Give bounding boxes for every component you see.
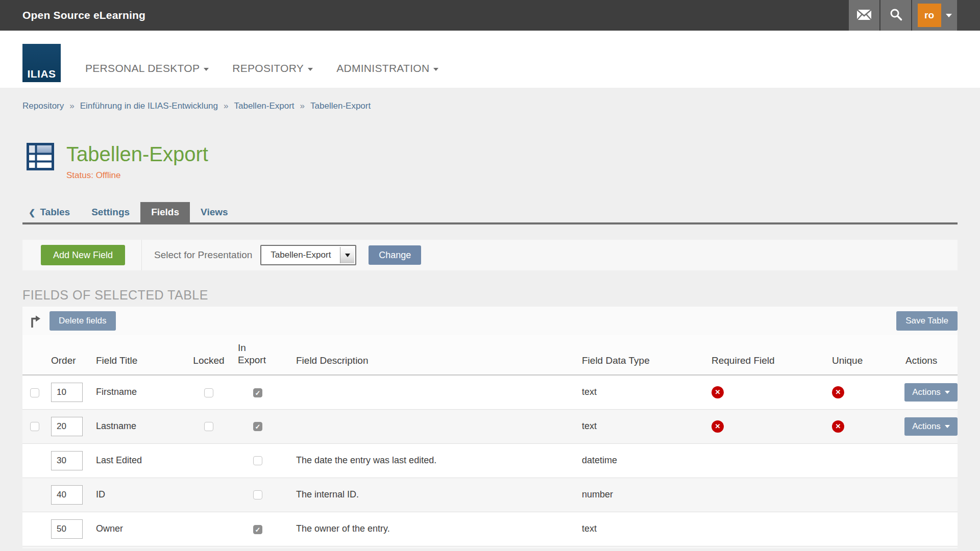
breadcrumb-separator: » (300, 101, 305, 111)
order-input[interactable] (51, 519, 83, 539)
in-export-checkbox[interactable]: ✓ (253, 525, 262, 534)
mail-button[interactable] (849, 0, 879, 31)
row-actions-button[interactable]: Actions (904, 417, 958, 436)
locked-checkbox[interactable] (204, 388, 213, 397)
field-title-cell: Owner (90, 512, 187, 546)
ilias-logo[interactable]: ILIAS (22, 44, 61, 82)
field-title-cell: Lastname (90, 409, 187, 443)
table-command-row: Delete fields Save Table (22, 307, 958, 335)
table-row: Last Edited The date the entry was last … (22, 443, 958, 478)
field-title-cell: Firstname (90, 375, 187, 409)
table-row: Lastname ✓ text ✕ ✕ Actions (22, 409, 958, 443)
toolbar-divider (141, 240, 142, 270)
search-button[interactable] (880, 0, 911, 31)
chevron-down-icon (204, 68, 209, 71)
change-button[interactable]: Change (369, 245, 421, 265)
user-menu-button[interactable]: ro (912, 0, 957, 31)
chevron-down-icon (945, 425, 950, 428)
table-row: Firstname ✓ text ✕ ✕ Actions (22, 375, 958, 409)
column-header-field-description: Field Description (285, 335, 576, 375)
column-header-unique: Unique (824, 335, 895, 375)
topbar-actions: ro (848, 0, 980, 31)
order-input[interactable] (51, 451, 83, 470)
presentation-select[interactable]: Tabellen-Export (260, 245, 356, 265)
toolbar: Add New Field Select for Presentation Ta… (22, 240, 958, 270)
breadcrumb-link[interactable]: Einführung in die ILIAS-Entwicklung (80, 101, 218, 111)
nav-administration[interactable]: ADMINISTRATION (336, 62, 438, 74)
topbar-filler (957, 0, 980, 31)
row-select-checkbox[interactable] (30, 422, 39, 431)
locked-checkbox[interactable] (204, 422, 213, 431)
chevron-down-icon (433, 68, 438, 71)
row-actions-button[interactable]: Actions (904, 383, 958, 402)
in-export-checkbox[interactable]: ✓ (253, 422, 262, 431)
back-chevron-icon: ❮ (29, 208, 35, 217)
required-icon: ✕ (712, 420, 724, 433)
field-data-type-cell: text (576, 512, 703, 546)
column-header-locked: Locked (187, 335, 231, 375)
column-header-required-field: Required Field (703, 335, 824, 375)
chevron-down-icon (946, 14, 952, 17)
field-data-type-cell: number (576, 478, 703, 512)
field-data-type-cell: text (576, 409, 703, 443)
row-select-checkbox[interactable] (30, 388, 39, 397)
tab-fields[interactable]: Fields (140, 202, 190, 222)
fields-table-card: Delete fields Save Table Order Field Tit… (22, 307, 958, 548)
nav-repository[interactable]: REPOSITORY (232, 62, 313, 74)
unique-icon: ✕ (832, 420, 844, 433)
breadcrumb-link[interactable]: Repository (22, 101, 64, 111)
table-object-icon (27, 143, 54, 181)
breadcrumb-separator: » (69, 101, 74, 111)
in-export-checkbox[interactable] (253, 456, 262, 465)
table-row: Owner ✓ The owner of the entry. text (22, 512, 958, 546)
status-text: Status: Offline (66, 170, 208, 181)
breadcrumb-link[interactable]: Tabellen-Export (234, 101, 294, 111)
search-icon (889, 8, 903, 23)
column-header-in-export: In Export (231, 335, 285, 375)
order-input[interactable] (51, 485, 83, 505)
column-header-actions: Actions (895, 335, 958, 375)
tab-bar: ❮ Tables Settings Fields Views (22, 202, 958, 224)
page-title-block: Tabellen-Export Status: Offline (27, 143, 980, 181)
field-title-cell: ID (90, 478, 187, 512)
table-row: ID The internal ID. number (22, 478, 958, 512)
nav-personal-desktop[interactable]: PERSONAL DESKTOP (85, 62, 209, 74)
site-title: Open Source eLearning (22, 9, 145, 21)
in-export-checkbox[interactable]: ✓ (253, 388, 262, 397)
fields-table-body: Firstname ✓ text ✕ ✕ Actions Lastname ✓ … (22, 375, 958, 546)
tab-tables[interactable]: ❮ Tables (22, 202, 81, 222)
order-input[interactable] (51, 417, 83, 436)
in-export-checkbox[interactable] (253, 490, 262, 499)
chevron-down-icon (308, 68, 313, 71)
breadcrumb-separator: » (224, 101, 228, 111)
partial-next-row (22, 546, 958, 548)
save-table-button[interactable]: Save Table (896, 311, 958, 331)
table-header-row: Order Field Title Locked In Export Field… (22, 335, 958, 375)
mail-icon (856, 9, 872, 22)
chevron-down-icon (945, 391, 950, 394)
select-all-arrow-icon[interactable] (30, 314, 41, 328)
header-band: ILIAS PERSONAL DESKTOP REPOSITORY ADMINI… (0, 31, 980, 88)
tab-settings[interactable]: Settings (81, 202, 140, 222)
avatar: ro (918, 4, 941, 27)
tab-views[interactable]: Views (190, 202, 239, 222)
presentation-label: Select for Presentation (154, 249, 252, 261)
page-title: Tabellen-Export (66, 143, 208, 165)
top-bar: Open Source eLearning ro (0, 0, 980, 31)
select-column-header (22, 335, 47, 375)
field-data-type-cell: text (576, 375, 703, 409)
ilias-logo-label: ILIAS (27, 68, 56, 82)
unique-icon: ✕ (832, 386, 844, 398)
column-header-field-title: Field Title (90, 335, 187, 375)
field-description-cell (285, 375, 576, 409)
breadcrumb-link[interactable]: Tabellen-Export (310, 101, 371, 111)
add-new-field-button[interactable]: Add New Field (41, 245, 125, 265)
order-input[interactable] (51, 383, 83, 402)
presentation-select-value: Tabellen-Export (261, 250, 331, 260)
delete-fields-button[interactable]: Delete fields (50, 311, 116, 331)
column-header-field-data-type: Field Data Type (576, 335, 703, 375)
column-header-order: Order (47, 335, 90, 375)
field-description-cell: The owner of the entry. (285, 512, 576, 546)
fields-table: Order Field Title Locked In Export Field… (22, 335, 958, 546)
breadcrumb: Repository » Einführung in die ILIAS-Ent… (0, 88, 980, 111)
